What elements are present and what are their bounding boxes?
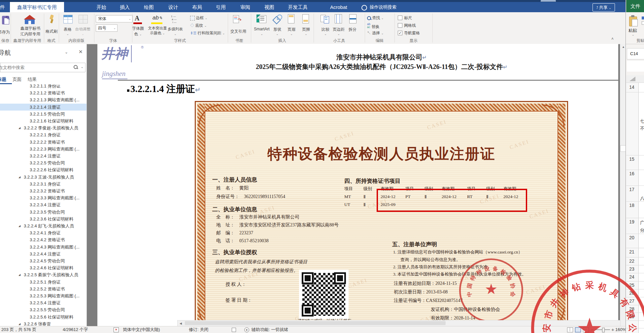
- chevron-down-icon[interactable]: ⌄: [632, 33, 634, 36]
- page-header-button[interactable]: 页眉: [284, 27, 299, 32]
- nav-item[interactable]: 3.2.2.2.6 社保证明材料: [0, 166, 86, 173]
- nav-item[interactable]: 3.2.2.1.3 网站查询截图 (...: [0, 96, 86, 103]
- font-color-button[interactable]: 字体颜色 ⌄: [131, 26, 145, 37]
- accessibility-status[interactable]: 辅助功能: 一切就绪: [252, 326, 288, 333]
- excel-name-box[interactable]: C14: [627, 48, 644, 59]
- chevron-down-icon[interactable]: ⌄: [330, 32, 347, 36]
- nav-item[interactable]: 3.2.2.5.6 社保证明材料: [0, 314, 86, 320]
- page-indicator[interactable]: 203 页，共 576 页: [1, 326, 36, 333]
- document-page[interactable]: 井神 ® jingshen 淮安市井神钻采机具有限公司↵ 2025年二级物资集中…: [97, 44, 618, 326]
- tab-设计[interactable]: 设计: [168, 2, 178, 12]
- close-icon[interactable]: ✕: [79, 49, 83, 55]
- nav-item[interactable]: 3.2.2.3.6 社保证明材料: [0, 216, 86, 222]
- nav-item[interactable]: ◢3.2.2.2 李俊超-无损检验人员: [0, 124, 86, 131]
- nav-item[interactable]: 3.2.2.5.5 劳动合同: [0, 306, 86, 313]
- excel-row-number[interactable]: 18: [626, 203, 637, 208]
- chevron-down-icon[interactable]: ⌄: [166, 32, 184, 36]
- nav-tab-标题[interactable]: 标题: [0, 77, 6, 83]
- nav-item[interactable]: 3.2.2.2.1 身份证: [0, 131, 86, 138]
- tell-me-search[interactable]: 操作说明搜索: [370, 2, 396, 12]
- margins-button[interactable]: 页边距: [330, 27, 347, 32]
- chevron-down-icon[interactable]: ⌄: [298, 32, 314, 36]
- chevron-down-icon[interactable]: ⌄: [253, 32, 271, 36]
- multilevel-list-button[interactable]: 多级列表: [166, 27, 184, 32]
- save-as-icon[interactable]: ✎: [1, 15, 11, 26]
- page-footer-button[interactable]: 页脚: [298, 27, 314, 32]
- excel-row-number[interactable]: 22: [626, 258, 637, 264]
- chevron-down-icon[interactable]: ⌄: [128, 16, 131, 22]
- tab-绘图[interactable]: 绘图: [144, 2, 154, 12]
- nav-tab-页面[interactable]: 页面: [13, 77, 21, 83]
- tab-视图[interactable]: 视图: [264, 2, 274, 12]
- nav-item[interactable]: 3.2.2.2.3 网站查询截图 (...: [0, 146, 86, 152]
- excel-row-number[interactable]: 17: [626, 187, 637, 192]
- collapse-triangle-icon[interactable]: ◢: [18, 222, 20, 229]
- find-button[interactable]: 查找 ⌄: [367, 15, 384, 22]
- chevron-down-icon[interactable]: ⌄: [59, 32, 76, 36]
- nav-item[interactable]: 3.2.2.1.1 身份证: [0, 84, 86, 89]
- nav-item[interactable]: ◢3.2.2.4 彭飞-无损检验人员: [0, 222, 86, 229]
- nav-item[interactable]: 3.2.2.3.4 注册证: [0, 201, 86, 208]
- tab-file[interactable]: 文件: [0, 2, 9, 12]
- horizontal-scrollbar-thumb[interactable]: [185, 321, 446, 325]
- nav-item[interactable]: ◢3.2.2.5 綦振宁-无损检验人员: [0, 271, 86, 278]
- nav-item[interactable]: ◢3.2.2.6 张春雷: [0, 320, 86, 326]
- vertical-scrollbar-thumb[interactable]: [620, 145, 626, 152]
- excel-row-number[interactable]: 20: [626, 235, 637, 240]
- select-button[interactable]: ↖ 选择 ⌄: [367, 30, 384, 37]
- tab-引用[interactable]: 引用: [216, 2, 226, 12]
- nav-item[interactable]: 3.2.2.1.5 劳动合同: [0, 111, 86, 117]
- chevron-down-icon[interactable]: ⌄: [284, 32, 299, 36]
- ruler-checkbox[interactable]: [398, 16, 402, 20]
- tab-Acrobat[interactable]: Acrobat: [330, 2, 347, 12]
- excel-row-number[interactable]: 15: [626, 156, 637, 162]
- smartart-button[interactable]: SmartArt: [253, 27, 271, 31]
- gridlines-checkbox[interactable]: [398, 23, 402, 28]
- chevron-down-icon[interactable]: ⌄: [270, 32, 285, 36]
- line-spacing-button[interactable]: ⇕☰ 行和段落间距 ⌄: [190, 30, 225, 37]
- chevron-down-icon[interactable]: ⌄: [81, 65, 84, 69]
- search-icon[interactable]: [73, 65, 78, 69]
- nav-item[interactable]: ◢3.2.2.3 王波-无损检验人员: [0, 174, 86, 181]
- nav-item[interactable]: 3.2.2.4.2 资格证书: [0, 236, 86, 243]
- chevron-down-icon[interactable]: ⌄: [113, 25, 116, 31]
- word-count[interactable]: 4/29612 个字: [63, 326, 88, 333]
- excel-row-number[interactable]: 21: [626, 249, 637, 254]
- highlight-button[interactable]: 文本突出显示颜色 ⌄: [148, 26, 167, 36]
- nav-item[interactable]: 3.2.2.4.1 身份证: [0, 229, 86, 236]
- nav-item[interactable]: 3.2.2.5.3 网站查询截图 (...: [0, 292, 86, 299]
- tab-开发工具[interactable]: 开发工具: [288, 2, 308, 12]
- nav-item[interactable]: 3.2.2.4.3 网站查询截图 (...: [0, 244, 86, 250]
- nav-item[interactable]: 3.2.2.4.4 注册证: [0, 250, 86, 257]
- proofing-icon[interactable]: ✕: [114, 327, 119, 332]
- nav-item[interactable]: 3.2.2.5.4 注册证: [0, 299, 86, 306]
- table-button[interactable]: 表格: [59, 27, 76, 32]
- excel-formula-bar[interactable]: [627, 60, 644, 72]
- nav-item[interactable]: 3.2.2.4.5 劳动合同: [0, 257, 86, 264]
- collapse-triangle-icon[interactable]: ◢: [18, 174, 20, 181]
- excel-row-number[interactable]: 19: [626, 219, 637, 224]
- excel-row-number[interactable]: 16: [626, 171, 637, 176]
- nav-item[interactable]: 3.2.2.3.2 资格证书: [0, 187, 86, 194]
- tab-插入[interactable]: 插入: [120, 2, 130, 12]
- brand-button[interactable]: 鑫晟宇标书汇内部专用: [17, 26, 44, 37]
- collapse-ribbon-icon[interactable]: ˄: [611, 37, 614, 41]
- nav-item[interactable]: 3.2.2.3.1 身份证: [0, 181, 86, 187]
- replace-button[interactable]: abac 替换: [367, 23, 379, 29]
- nav-item[interactable]: 3.2.2.4.6 社保证明材料: [0, 264, 86, 271]
- cross-reference-button[interactable]: 交叉引用: [229, 29, 248, 34]
- nav-item[interactable]: 3.2.2.3.5 劳动合同: [0, 209, 86, 216]
- nav-item[interactable]: 3.2.2.1.6 社保证明材料: [0, 117, 86, 124]
- nav-item[interactable]: 3.2.2.2.4 注册证: [0, 152, 86, 159]
- collapse-triangle-icon[interactable]: ◢: [18, 271, 20, 278]
- save-as-button[interactable]: 另存为: [0, 29, 12, 35]
- language-indicator[interactable]: 简体中文(中国大陆): [123, 326, 160, 333]
- track-changes-indicator[interactable]: 修订: 关闭: [189, 326, 208, 333]
- nav-item[interactable]: 3.2.2.5.2 资格证书: [0, 285, 86, 292]
- tab-custom-active[interactable]: 鑫晟宇标书汇专用: [10, 2, 64, 12]
- excel-file-tab[interactable]: 文件: [626, 0, 644, 12]
- excel-window[interactable]: 文件 粘贴 ⌄ 剪贴 C14 1415161718192021222324252…: [626, 0, 644, 333]
- macro-record-icon[interactable]: [232, 328, 236, 332]
- font-name-combo[interactable]: 宋体⌄: [96, 15, 133, 22]
- excel-row-number[interactable]: 23: [626, 266, 637, 272]
